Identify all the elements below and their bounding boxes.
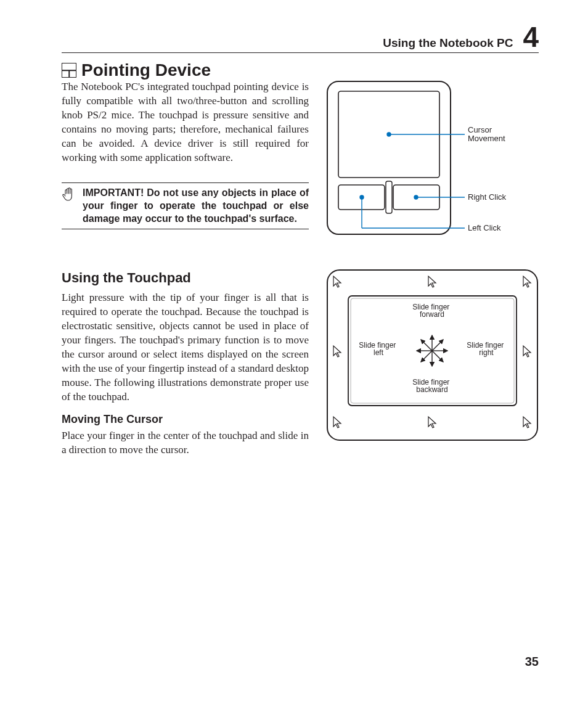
important-text: IMPORTANT! Do not use any objects in pla…: [83, 187, 309, 225]
svg-line-19: [421, 340, 432, 351]
page-number: 35: [525, 655, 539, 669]
chapter-number: 4: [523, 25, 539, 50]
important-note: IMPORTANT! Do not use any objects in pla…: [62, 182, 309, 229]
section-heading: Pointing Device: [81, 60, 211, 80]
section1-paragraph: The Notebook PC's integrated touchpad po…: [62, 80, 309, 165]
touchpad-direction-diagram: Slide finger forward Slide finger backwa…: [326, 269, 539, 457]
section2-subheading: Moving The Cursor: [62, 412, 309, 427]
page-header: Using the Notebook PC 4: [62, 25, 539, 53]
svg-text:Slide finger
          backwar: Slide finger backward: [412, 378, 451, 394]
svg-text:Slide finger
          right: Slide finger right: [467, 341, 505, 357]
svg-rect-4: [386, 181, 392, 213]
svg-line-21: [421, 351, 432, 362]
label-left-click: Left Click: [468, 223, 501, 232]
svg-line-22: [432, 351, 443, 362]
section-heading-row: Pointing Device: [62, 60, 539, 80]
svg-text:Slide finger
          forward: Slide finger forward: [412, 303, 451, 319]
section2-subparagraph: Place your finger in the center of the t…: [62, 429, 309, 457]
header-title: Using the Notebook PC: [383, 36, 513, 50]
svg-line-20: [432, 340, 443, 351]
section2-heading: Using the Touchpad: [62, 269, 309, 287]
section2-paragraph: Light pressure with the tip of your fing…: [62, 291, 309, 404]
hand-stop-icon: [62, 187, 78, 225]
label-cursor-movement: Cursor Movement: [468, 125, 505, 143]
svg-text:Slide finger
          left: Slide finger left: [359, 341, 398, 357]
label-right-click: Right Click: [468, 192, 507, 202]
touchpad-diagram: Cursor Movement Right Click Left Click: [326, 80, 539, 243]
section-icon: [62, 63, 76, 78]
